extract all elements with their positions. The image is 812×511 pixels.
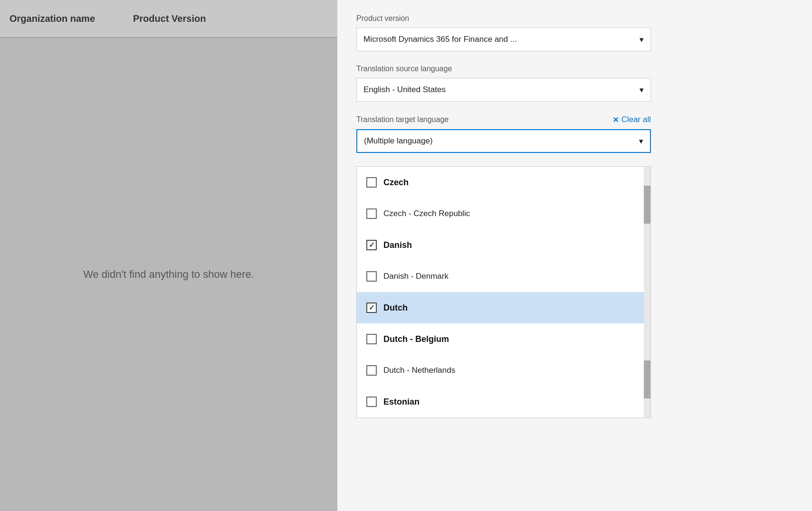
column-product-version: Product Version	[133, 13, 257, 24]
scrollbar-thumb-top	[644, 186, 650, 224]
language-list-item-dutch[interactable]: Dutch	[357, 292, 650, 323]
language-label-danish-denmark: Danish - Denmark	[383, 272, 449, 281]
source-language-dropdown[interactable]: English - United States ▾	[356, 78, 651, 102]
language-label-dutch-belgium: Dutch - Belgium	[383, 334, 449, 344]
target-language-header: Translation target language ✕ Clear all	[356, 115, 651, 124]
language-label-danish: Danish	[383, 240, 412, 250]
product-version-value: Microsoft Dynamics 365 for Finance and .…	[363, 35, 517, 44]
language-list-item-czech[interactable]: Czech	[357, 167, 650, 198]
right-panel: Product version Microsoft Dynamics 365 f…	[337, 0, 812, 511]
table-header: Organization name Product Version	[0, 0, 337, 38]
clear-all-label: Clear all	[621, 115, 651, 124]
language-label-czech-republic: Czech - Czech Republic	[383, 209, 470, 218]
checkbox-czech[interactable]	[366, 177, 377, 188]
scrollbar-track[interactable]	[644, 167, 650, 417]
checkbox-dutch-netherlands[interactable]	[366, 365, 377, 376]
column-org-name: Organization name	[10, 13, 133, 24]
language-list-item-dutch-belgium[interactable]: Dutch - Belgium	[357, 323, 650, 355]
source-language-chevron: ▾	[640, 85, 644, 95]
table-body: We didn't find anything to show here.	[0, 38, 337, 511]
clear-all-button[interactable]: ✕ Clear all	[612, 115, 651, 124]
checkbox-danish[interactable]	[366, 240, 377, 250]
target-language-label: Translation target language	[356, 115, 449, 124]
source-language-value: English - United States	[363, 85, 446, 95]
checkbox-estonian[interactable]	[366, 397, 377, 407]
product-version-section: Product version Microsoft Dynamics 365 f…	[356, 14, 793, 51]
product-version-chevron: ▾	[640, 35, 644, 45]
empty-state-message: We didn't find anything to show here.	[83, 268, 254, 281]
checkbox-dutch-belgium[interactable]	[366, 334, 377, 344]
product-version-dropdown[interactable]: Microsoft Dynamics 365 for Finance and .…	[356, 28, 651, 51]
scrollbar-thumb-bottom	[644, 360, 650, 398]
checkbox-czech-republic[interactable]	[366, 208, 377, 219]
language-label-dutch: Dutch	[383, 303, 408, 313]
checkbox-dutch[interactable]	[366, 303, 377, 313]
language-list-item-danish-denmark[interactable]: Danish - Denmark	[357, 261, 650, 292]
language-list-item-czech-republic[interactable]: Czech - Czech Republic	[357, 198, 650, 229]
target-language-dropdown[interactable]: (Multiple language) ▾	[356, 129, 651, 153]
language-label-estonian: Estonian	[383, 397, 420, 407]
language-label-dutch-netherlands: Dutch - Netherlands	[383, 366, 455, 375]
target-language-chevron: ▾	[639, 136, 643, 146]
source-language-section: Translation source language English - Un…	[356, 65, 793, 102]
language-list-inner[interactable]: CzechCzech - Czech RepublicDanishDanish …	[357, 167, 650, 417]
target-language-list: CzechCzech - Czech RepublicDanishDanish …	[356, 166, 651, 418]
target-language-section: Translation target language ✕ Clear all …	[356, 115, 793, 418]
language-list-item-danish[interactable]: Danish	[357, 229, 650, 261]
product-version-label: Product version	[356, 14, 793, 23]
source-language-label: Translation source language	[356, 65, 793, 73]
language-list-item-estonian[interactable]: Estonian	[357, 386, 650, 417]
language-label-czech: Czech	[383, 178, 409, 188]
checkbox-danish-denmark[interactable]	[366, 271, 377, 282]
left-panel: Organization name Product Version We did…	[0, 0, 337, 511]
clear-all-x-icon: ✕	[612, 115, 619, 124]
target-language-value: (Multiple language)	[364, 136, 433, 146]
language-list-item-dutch-netherlands[interactable]: Dutch - Netherlands	[357, 355, 650, 386]
